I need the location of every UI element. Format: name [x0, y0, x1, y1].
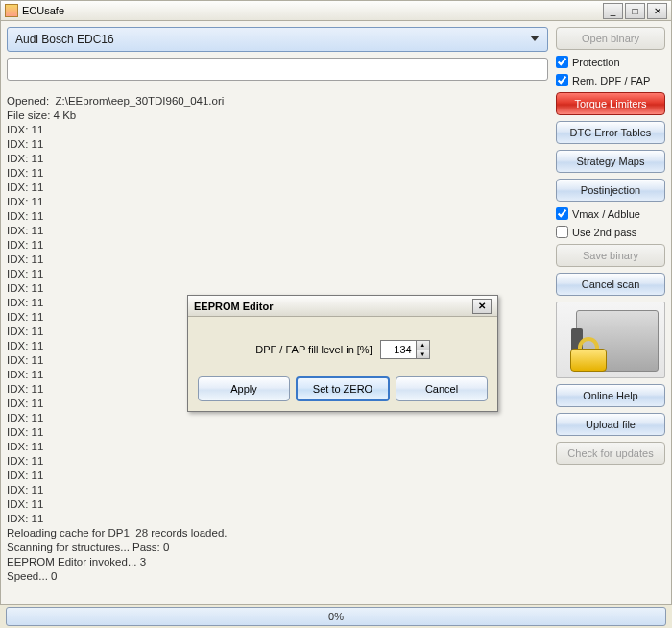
set-to-zero-button[interactable]: Set to ZERO — [296, 376, 390, 401]
cancel-button[interactable]: Cancel — [396, 376, 488, 401]
ecu-illustration — [556, 302, 665, 378]
ecu-select-value: Audi Bosch EDC16 — [15, 33, 114, 46]
upload-file-button[interactable]: Upload file — [556, 413, 665, 436]
rem-dpf-label: Rem. DPF / FAP — [572, 75, 650, 86]
right-pane: Open binary Protection Rem. DPF / FAP To… — [554, 21, 671, 604]
postinjection-button[interactable]: Postinjection — [556, 179, 665, 202]
cancel-scan-button[interactable]: Cancel scan — [556, 273, 665, 296]
chevron-down-icon — [530, 36, 540, 41]
strategy-maps-button[interactable]: Strategy Maps — [556, 150, 665, 173]
fill-level-input[interactable] — [381, 341, 416, 358]
use-2nd-checkbox-input[interactable] — [556, 226, 568, 238]
torque-limiters-button[interactable]: Torque Limiters — [556, 92, 665, 115]
vmax-adblue-checkbox[interactable]: Vmax / Adblue — [556, 207, 665, 220]
spin-up-button[interactable]: ▲ — [417, 341, 429, 350]
fill-level-spinbox[interactable]: ▲ ▼ — [380, 340, 430, 359]
vmax-label: Vmax / Adblue — [572, 208, 640, 220]
rem-dpf-checkbox-input[interactable] — [556, 74, 568, 86]
use-2nd-label: Use 2nd pass — [572, 227, 636, 238]
close-button[interactable]: ✕ — [647, 3, 667, 19]
progress-text: 0% — [328, 611, 344, 622]
lock-icon — [570, 339, 607, 372]
open-binary-button[interactable]: Open binary — [556, 27, 665, 50]
save-binary-button[interactable]: Save binary — [556, 244, 665, 267]
protection-checkbox[interactable]: Protection — [556, 56, 665, 68]
fill-level-label: DPF / FAP fill level in [%] — [255, 344, 372, 355]
filter-input[interactable] — [7, 58, 548, 81]
app-icon — [5, 4, 18, 17]
vmax-checkbox-input[interactable] — [556, 207, 568, 220]
dialog-title: EEPROM Editor — [194, 301, 274, 312]
minimize-button[interactable]: _ — [603, 3, 623, 19]
protection-checkbox-input[interactable] — [556, 56, 568, 68]
eeprom-editor-dialog: EEPROM Editor ✕ DPF / FAP fill level in … — [187, 295, 498, 412]
rem-dpf-checkbox[interactable]: Rem. DPF / FAP — [556, 74, 665, 86]
protection-label: Protection — [572, 57, 620, 68]
window-titlebar: ECUsafe _ □ ✕ — [0, 0, 672, 21]
use-2nd-pass-checkbox[interactable]: Use 2nd pass — [556, 226, 665, 238]
apply-button[interactable]: Apply — [198, 376, 290, 401]
check-updates-button[interactable]: Check for updates — [556, 442, 665, 465]
ecu-select-dropdown[interactable]: Audi Bosch EDC16 — [7, 27, 548, 52]
dtc-error-tables-button[interactable]: DTC Error Tables — [556, 121, 665, 144]
window-title: ECUsafe — [22, 5, 601, 16]
progress-bar: 0% — [6, 607, 666, 626]
dialog-close-button[interactable]: ✕ — [472, 299, 492, 314]
maximize-button[interactable]: □ — [625, 3, 645, 19]
spin-down-button[interactable]: ▼ — [417, 350, 429, 359]
dialog-titlebar: EEPROM Editor ✕ — [188, 296, 497, 317]
online-help-button[interactable]: Online Help — [556, 384, 665, 407]
